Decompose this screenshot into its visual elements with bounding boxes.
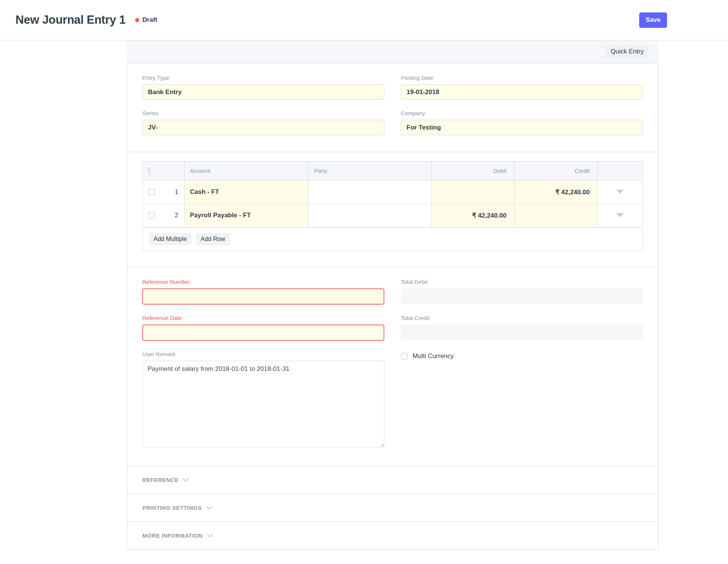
field-posting-date: Posting Date <box>401 75 643 100</box>
section-main-fields: Entry Type Posting Date Series Company <box>127 63 658 152</box>
field-entry-type: Entry Type <box>142 75 384 100</box>
row-2-expand-arrow-icon[interactable] <box>616 213 624 217</box>
multi-currency-label: Multi Currency <box>413 352 454 360</box>
field-reference-date: Reference Date <box>142 315 384 341</box>
posting-date-label: Posting Date <box>401 75 643 81</box>
col-header-debit: Debit <box>431 162 514 180</box>
add-row-button[interactable]: Add Row <box>196 233 230 245</box>
chevron-down-icon <box>183 476 189 482</box>
quick-entry-button[interactable]: Quick Entry <box>605 46 649 58</box>
entry-type-input[interactable] <box>142 84 384 100</box>
company-input[interactable] <box>401 120 643 135</box>
status-indicator: Draft <box>135 16 157 24</box>
series-label: Series <box>142 110 384 116</box>
total-debit-value <box>401 288 643 304</box>
grid-row-1: 1 Cash - FT ₹ 42,240.00 <box>143 180 643 204</box>
field-company: Company <box>401 110 643 135</box>
reference-date-input[interactable] <box>142 325 384 341</box>
reference-date-label: Reference Date <box>142 315 384 321</box>
add-multiple-button[interactable]: Add Multiple <box>149 233 192 245</box>
more-information-section-label: MORE INFORMATION <box>142 532 203 539</box>
chevron-down-icon <box>206 503 212 509</box>
row-1-expand-arrow-icon[interactable] <box>616 190 624 194</box>
section-reference-details: Reference Number Total Debit Reference D… <box>127 267 658 466</box>
field-reference-number: Reference Number <box>142 279 384 305</box>
row-1-checkbox[interactable] <box>148 189 155 195</box>
field-user-remark: User Remark Payment of salary from 2018-… <box>142 351 384 449</box>
row-2-checkbox[interactable] <box>148 212 155 219</box>
save-button[interactable]: Save <box>639 12 667 28</box>
row-1-index: 1 <box>175 189 178 195</box>
total-debit-label: Total Debit <box>401 279 643 285</box>
section-toggle-more-information[interactable]: MORE INFORMATION <box>127 521 658 549</box>
row-1-party-cell[interactable] <box>308 180 431 204</box>
row-2-party-cell[interactable] <box>308 204 431 227</box>
multi-currency-checkbox[interactable] <box>401 353 408 360</box>
field-total-credit: Total Credit <box>401 315 643 341</box>
row-2-index: 2 <box>175 212 178 219</box>
select-all-checkbox[interactable] <box>148 167 150 175</box>
form-card: Entry Type Posting Date Series Company <box>127 63 658 550</box>
row-2-credit-cell[interactable] <box>514 204 597 227</box>
draft-dot-icon <box>135 18 139 22</box>
section-toggle-printing-settings[interactable]: PRINTING SETTINGS <box>127 494 658 521</box>
col-header-account: Account <box>184 162 308 180</box>
field-multi-currency: Multi Currency <box>401 351 643 449</box>
reference-number-input[interactable] <box>142 288 384 305</box>
posting-date-input[interactable] <box>401 84 643 100</box>
company-label: Company <box>401 110 643 116</box>
page-title: New Journal Entry 1 <box>15 13 125 27</box>
col-header-credit: Credit <box>514 162 597 180</box>
row-1-debit-cell[interactable] <box>431 180 514 204</box>
chevron-down-icon <box>207 531 213 537</box>
total-credit-label: Total Credit <box>401 315 643 321</box>
series-input[interactable] <box>142 120 384 135</box>
section-toggle-reference[interactable]: REFERENCE <box>127 466 658 494</box>
user-remark-textarea[interactable]: Payment of salary from 2018-01-01 to 201… <box>142 361 384 447</box>
status-badge: Draft <box>142 16 157 24</box>
form-column: Quick Entry Entry Type Posting Date Seri… <box>127 40 658 550</box>
form-toolbar: Quick Entry <box>127 40 658 63</box>
reference-number-label: Reference Number <box>142 279 384 285</box>
col-header-party: Party <box>308 162 431 180</box>
grid-row-2: 2 Payroll Payable - FT ₹ 42,240.00 <box>143 204 643 227</box>
row-2-account-cell[interactable]: Payroll Payable - FT <box>184 204 308 227</box>
grid-header-row: Account Party Debit Credit <box>143 162 643 180</box>
entries-grid: Account Party Debit Credit <box>142 161 643 251</box>
row-2-debit-cell[interactable]: ₹ 42,240.00 <box>431 204 514 227</box>
section-accounting-entries: Account Party Debit Credit <box>127 152 658 267</box>
row-1-account-cell[interactable]: Cash - FT <box>184 180 308 204</box>
row-1-credit-cell[interactable]: ₹ 42,240.00 <box>514 180 597 204</box>
printing-settings-section-label: PRINTING SETTINGS <box>142 505 202 511</box>
reference-section-label: REFERENCE <box>142 477 178 483</box>
grid-footer: Add Multiple Add Row <box>143 227 643 251</box>
page-header: New Journal Entry 1 Draft Save <box>0 0 728 40</box>
field-series: Series <box>142 110 384 135</box>
user-remark-label: User Remark <box>142 351 384 357</box>
entry-type-label: Entry Type <box>142 75 384 81</box>
field-total-debit: Total Debit <box>401 279 643 305</box>
total-credit-value <box>401 325 643 340</box>
